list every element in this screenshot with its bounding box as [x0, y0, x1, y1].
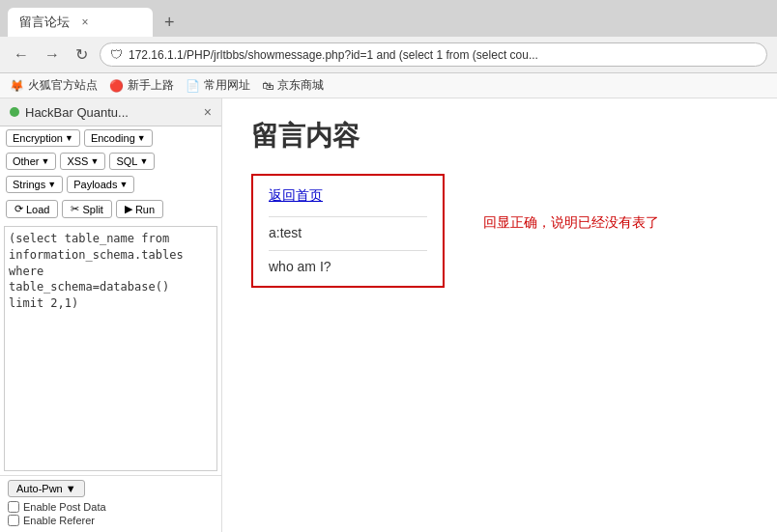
split-icon: ✂ [71, 203, 79, 215]
message-box: 返回首页 a:test who am I? [251, 174, 445, 288]
main-area: HackBar Quantu... × Encryption ▼ Encodin… [0, 98, 777, 532]
split-label: Split [82, 204, 102, 215]
bookmark-firefox-label: 火狐官方站点 [28, 77, 98, 94]
forward-button[interactable]: → [41, 44, 64, 66]
enable-post-data-item: Enable Post Data [8, 501, 214, 513]
payloads-label: Payloads [73, 179, 117, 190]
toolbar-row-1: Encryption ▼ Encoding ▼ [0, 126, 221, 150]
newbie-icon: 🔴 [109, 79, 124, 93]
bookmark-newbie[interactable]: 🔴 新手上路 [109, 77, 174, 94]
strings-label: Strings [13, 179, 45, 190]
url-box[interactable]: 🛡 172.16.1.1/PHP/jrltbbs/showmessage.php… [100, 42, 767, 67]
tab-bar: 留言论坛 × + [0, 0, 777, 37]
hint-text: 回显正确，说明已经没有表了 [483, 214, 659, 230]
message-content: who am I? [269, 259, 427, 274]
other-button[interactable]: Other ▼ [6, 153, 56, 170]
encryption-button[interactable]: Encryption ▼ [6, 129, 80, 147]
separator-1 [269, 216, 427, 217]
back-home-link[interactable]: 返回首页 [269, 187, 427, 205]
encoding-arrow: ▼ [137, 133, 146, 143]
strings-arrow: ▼ [47, 180, 56, 189]
load-icon: ⟳ [14, 203, 23, 215]
autopwn-arrow: ▼ [66, 483, 76, 494]
browser-window: 留言论坛 × + ← → ↻ 🛡 172.16.1.1/PHP/jrltbbs/… [0, 0, 777, 532]
hackbar-status-dot [10, 107, 19, 117]
page-content: 留言内容 返回首页 a:test who am I? 回显正确，说明已经没有表了 [222, 98, 777, 532]
encryption-arrow: ▼ [65, 133, 73, 143]
run-label: Run [135, 204, 155, 215]
active-tab[interactable]: 留言论坛 × [8, 8, 153, 37]
autopwn-button[interactable]: Auto-Pwn ▼ [8, 480, 85, 497]
bookmark-firefox[interactable]: 🦊 火狐官方站点 [10, 77, 98, 94]
load-label: Load [26, 204, 49, 215]
lock-icon: 🛡 [110, 47, 123, 62]
payloads-arrow: ▼ [119, 180, 128, 189]
autopwn-label: Auto-Pwn [16, 483, 63, 494]
tab-close-button[interactable]: × [77, 14, 93, 30]
bookmark-common-label: 常用网址 [204, 77, 250, 94]
run-button[interactable]: ▶ Run [116, 200, 163, 218]
jd-icon: 🛍 [262, 79, 273, 93]
new-tab-button[interactable]: + [157, 9, 183, 37]
xss-button[interactable]: XSS ▼ [60, 153, 105, 170]
bookmark-jd-label: 京东商城 [277, 77, 324, 94]
action-row: ⟳ Load ✂ Split ▶ Run [0, 196, 221, 222]
bookmark-newbie-label: 新手上路 [128, 77, 174, 94]
toolbar-row-3: Strings ▼ Payloads ▼ [0, 173, 221, 196]
strings-button[interactable]: Strings ▼ [6, 176, 63, 193]
bookmarks-bar: 🦊 火狐官方站点 🔴 新手上路 📄 常用网址 🛍 京东商城 [0, 73, 777, 98]
encoding-label: Encoding [91, 132, 135, 144]
autopwn-section: Auto-Pwn ▼ Enable Post Data Enable Refer… [0, 475, 221, 532]
common-icon: 📄 [186, 79, 200, 93]
hackbar-header: HackBar Quantu... × [0, 98, 221, 126]
split-button[interactable]: ✂ Split [62, 200, 111, 218]
sql-label: SQL [116, 155, 137, 167]
bookmark-common[interactable]: 📄 常用网址 [186, 77, 250, 94]
bookmark-jd[interactable]: 🛍 京东商城 [262, 77, 324, 94]
firefox-icon: 🦊 [10, 79, 24, 93]
encryption-label: Encryption [13, 132, 63, 144]
load-button[interactable]: ⟳ Load [6, 200, 58, 218]
enable-referer-item: Enable Referer [8, 515, 214, 526]
encoding-button[interactable]: Encoding ▼ [84, 129, 153, 147]
back-button[interactable]: ← [10, 44, 33, 66]
textarea-area: (select table_name from information_sche… [0, 222, 221, 475]
hackbar-panel: HackBar Quantu... × Encryption ▼ Encodin… [0, 98, 222, 532]
message-author: a:test [269, 225, 427, 240]
enable-post-data-label: Enable Post Data [23, 501, 106, 513]
enable-referer-label: Enable Referer [23, 515, 95, 526]
payloads-button[interactable]: Payloads ▼ [67, 176, 134, 193]
hackbar-title-text: HackBar Quantu... [25, 105, 129, 120]
sql-arrow: ▼ [139, 156, 148, 166]
address-bar: ← → ↻ 🛡 172.16.1.1/PHP/jrltbbs/showmessa… [0, 37, 777, 73]
separator-2 [269, 250, 427, 251]
xss-label: XSS [67, 155, 88, 167]
hackbar-title: HackBar Quantu... [10, 105, 129, 120]
toolbar-row-2: Other ▼ XSS ▼ SQL ▼ [0, 150, 221, 173]
xss-arrow: ▼ [90, 156, 99, 166]
page-title: 留言内容 [251, 118, 445, 154]
run-icon: ▶ [125, 203, 132, 215]
enable-referer-checkbox[interactable] [8, 515, 19, 526]
tab-title: 留言论坛 [19, 14, 70, 31]
hackbar-close-button[interactable]: × [204, 104, 212, 120]
hackbar-textarea[interactable]: (select table_name from information_sche… [4, 226, 217, 471]
other-label: Other [13, 155, 40, 167]
sql-button[interactable]: SQL ▼ [109, 153, 155, 170]
other-arrow: ▼ [42, 156, 50, 166]
url-text: 172.16.1.1/PHP/jrltbbs/showmessage.php?i… [129, 48, 757, 62]
refresh-button[interactable]: ↻ [72, 43, 92, 66]
enable-post-data-checkbox[interactable] [8, 501, 19, 513]
